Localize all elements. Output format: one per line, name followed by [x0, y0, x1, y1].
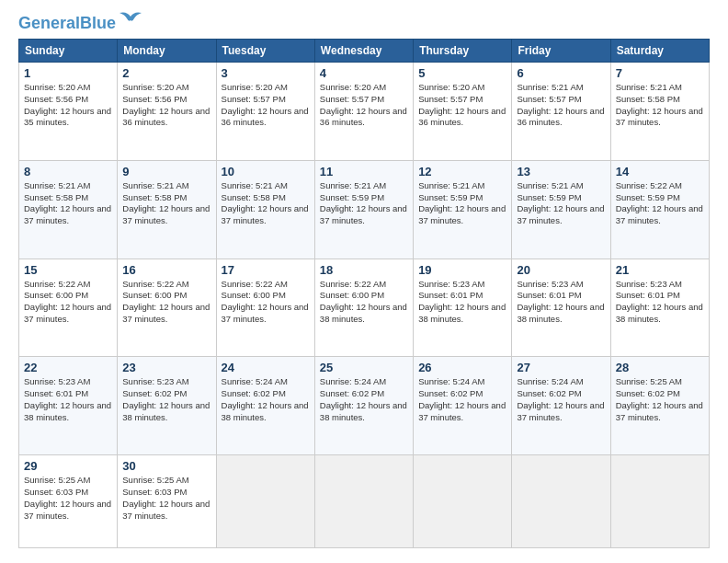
sunrise-label: Sunrise: 5:23 AM	[122, 376, 188, 386]
daylight-label: Daylight: 12 hours and 37 minutes.	[418, 400, 506, 422]
day-number: 21	[616, 263, 704, 277]
sunrise-label: Sunrise: 5:24 AM	[320, 376, 386, 386]
sunset-label: Sunset: 6:02 PM	[517, 388, 581, 398]
daylight-label: Daylight: 12 hours and 37 minutes.	[320, 203, 407, 225]
daylight-label: Daylight: 12 hours and 37 minutes.	[122, 302, 210, 324]
calendar-day-cell: 3 Sunrise: 5:20 AM Sunset: 5:57 PM Dayli…	[216, 63, 314, 161]
day-info: Sunrise: 5:20 AM Sunset: 5:57 PM Dayligh…	[418, 82, 506, 129]
calendar-day-cell	[610, 455, 709, 548]
daylight-label: Daylight: 12 hours and 37 minutes.	[517, 400, 604, 422]
daylight-label: Daylight: 12 hours and 37 minutes.	[122, 499, 210, 521]
calendar-day-cell: 14 Sunrise: 5:22 AM Sunset: 5:59 PM Dayl…	[610, 160, 709, 259]
day-info: Sunrise: 5:23 AM Sunset: 6:01 PM Dayligh…	[517, 279, 605, 326]
calendar-day-cell: 4 Sunrise: 5:20 AM Sunset: 5:57 PM Dayli…	[314, 63, 413, 161]
calendar-day-cell: 18 Sunrise: 5:22 AM Sunset: 6:00 PM Dayl…	[314, 259, 413, 357]
day-info: Sunrise: 5:21 AM Sunset: 5:59 PM Dayligh…	[320, 180, 408, 227]
calendar-day-cell: 17 Sunrise: 5:22 AM Sunset: 6:00 PM Dayl…	[216, 259, 314, 357]
day-info: Sunrise: 5:23 AM Sunset: 6:01 PM Dayligh…	[24, 376, 112, 423]
day-number: 10	[222, 165, 310, 178]
sunrise-label: Sunrise: 5:22 AM	[320, 279, 386, 289]
calendar-day-cell: 27 Sunrise: 5:24 AM Sunset: 6:02 PM Dayl…	[512, 357, 610, 455]
day-number: 19	[418, 263, 506, 277]
day-info: Sunrise: 5:24 AM Sunset: 6:02 PM Dayligh…	[320, 376, 408, 423]
sunrise-label: Sunrise: 5:24 AM	[418, 376, 484, 386]
calendar-day-cell: 29 Sunrise: 5:25 AM Sunset: 6:03 PM Dayl…	[19, 455, 118, 548]
daylight-label: Daylight: 12 hours and 36 minutes.	[222, 106, 309, 128]
day-number: 20	[517, 263, 605, 277]
calendar-day-cell: 19 Sunrise: 5:23 AM Sunset: 6:01 PM Dayl…	[414, 259, 512, 357]
sunrise-label: Sunrise: 5:21 AM	[517, 82, 583, 92]
calendar-week-row: 1 Sunrise: 5:20 AM Sunset: 5:56 PM Dayli…	[19, 63, 710, 161]
sunset-label: Sunset: 5:57 PM	[320, 94, 384, 104]
day-info: Sunrise: 5:20 AM Sunset: 5:57 PM Dayligh…	[320, 82, 408, 129]
sunset-label: Sunset: 6:02 PM	[320, 388, 384, 398]
sunset-label: Sunset: 6:00 PM	[122, 290, 187, 300]
daylight-label: Daylight: 12 hours and 37 minutes.	[24, 499, 111, 521]
calendar-day-cell: 24 Sunrise: 5:24 AM Sunset: 6:02 PM Dayl…	[216, 357, 314, 455]
daylight-label: Daylight: 12 hours and 38 minutes.	[517, 302, 604, 324]
calendar-day-cell: 23 Sunrise: 5:23 AM Sunset: 6:02 PM Dayl…	[118, 357, 216, 455]
daylight-label: Daylight: 12 hours and 36 minutes.	[418, 106, 506, 128]
calendar-day-cell: 30 Sunrise: 5:25 AM Sunset: 6:03 PM Dayl…	[118, 455, 216, 548]
sunrise-label: Sunrise: 5:25 AM	[24, 475, 90, 485]
sunrise-label: Sunrise: 5:23 AM	[24, 376, 90, 386]
sunrise-label: Sunrise: 5:21 AM	[616, 82, 682, 92]
calendar-day-cell: 20 Sunrise: 5:23 AM Sunset: 6:01 PM Dayl…	[512, 259, 610, 357]
daylight-label: Daylight: 12 hours and 37 minutes.	[517, 203, 604, 225]
calendar-day-cell: 2 Sunrise: 5:20 AM Sunset: 5:56 PM Dayli…	[118, 63, 216, 161]
sunset-label: Sunset: 5:59 PM	[418, 192, 483, 202]
daylight-label: Daylight: 12 hours and 37 minutes.	[616, 106, 703, 128]
sunset-label: Sunset: 6:01 PM	[517, 290, 581, 300]
day-number: 24	[222, 361, 310, 374]
calendar-day-cell	[216, 455, 314, 548]
day-number: 1	[24, 66, 112, 80]
day-number: 27	[517, 361, 605, 374]
sunrise-label: Sunrise: 5:20 AM	[320, 82, 386, 92]
sunrise-label: Sunrise: 5:21 AM	[320, 180, 386, 190]
sunrise-label: Sunrise: 5:25 AM	[616, 376, 682, 386]
daylight-label: Daylight: 12 hours and 38 minutes.	[418, 302, 506, 324]
daylight-label: Daylight: 12 hours and 36 minutes.	[122, 106, 210, 128]
daylight-label: Daylight: 12 hours and 38 minutes.	[320, 302, 407, 324]
day-number: 14	[616, 165, 704, 178]
header-saturday: Saturday	[610, 40, 709, 63]
calendar-day-cell	[512, 455, 610, 548]
sunrise-label: Sunrise: 5:22 AM	[122, 279, 188, 289]
day-number: 2	[122, 66, 210, 80]
day-info: Sunrise: 5:24 AM Sunset: 6:02 PM Dayligh…	[222, 376, 310, 423]
logo-bird-icon	[118, 11, 143, 28]
day-number: 4	[320, 66, 408, 80]
calendar-day-cell: 21 Sunrise: 5:23 AM Sunset: 6:01 PM Dayl…	[610, 259, 709, 357]
day-number: 17	[222, 263, 310, 277]
daylight-label: Daylight: 12 hours and 38 minutes.	[24, 400, 111, 422]
calendar-day-cell: 9 Sunrise: 5:21 AM Sunset: 5:58 PM Dayli…	[118, 160, 216, 259]
day-number: 3	[222, 66, 310, 80]
sunset-label: Sunset: 5:58 PM	[24, 192, 88, 202]
sunset-label: Sunset: 6:02 PM	[122, 388, 187, 398]
calendar-day-cell: 16 Sunrise: 5:22 AM Sunset: 6:00 PM Dayl…	[118, 259, 216, 357]
sunrise-label: Sunrise: 5:21 AM	[517, 180, 583, 190]
logo-text: GeneralBlue	[18, 15, 116, 31]
sunset-label: Sunset: 5:58 PM	[616, 94, 680, 104]
day-info: Sunrise: 5:24 AM Sunset: 6:02 PM Dayligh…	[517, 376, 605, 423]
daylight-label: Daylight: 12 hours and 35 minutes.	[24, 106, 111, 128]
sunset-label: Sunset: 5:59 PM	[517, 192, 581, 202]
day-info: Sunrise: 5:23 AM Sunset: 6:01 PM Dayligh…	[616, 279, 704, 326]
calendar-table: Sunday Monday Tuesday Wednesday Thursday…	[18, 39, 710, 548]
sunset-label: Sunset: 6:03 PM	[122, 487, 187, 497]
calendar-day-cell: 26 Sunrise: 5:24 AM Sunset: 6:02 PM Dayl…	[414, 357, 512, 455]
sunset-label: Sunset: 6:02 PM	[222, 388, 286, 398]
sunrise-label: Sunrise: 5:23 AM	[616, 279, 682, 289]
logo-blue: Blue	[80, 14, 116, 32]
daylight-label: Daylight: 12 hours and 37 minutes.	[418, 203, 506, 225]
daylight-label: Daylight: 12 hours and 37 minutes.	[616, 400, 703, 422]
calendar-day-cell: 15 Sunrise: 5:22 AM Sunset: 6:00 PM Dayl…	[19, 259, 118, 357]
page: GeneralBlue Sunday Monday Tuesday Wednes…	[0, 0, 728, 563]
day-info: Sunrise: 5:23 AM Sunset: 6:02 PM Dayligh…	[122, 376, 210, 423]
header-wednesday: Wednesday	[314, 40, 413, 63]
calendar-day-cell	[414, 455, 512, 548]
sunrise-label: Sunrise: 5:20 AM	[418, 82, 484, 92]
header-tuesday: Tuesday	[216, 40, 314, 63]
sunset-label: Sunset: 5:56 PM	[122, 94, 187, 104]
day-info: Sunrise: 5:21 AM Sunset: 5:59 PM Dayligh…	[418, 180, 506, 227]
